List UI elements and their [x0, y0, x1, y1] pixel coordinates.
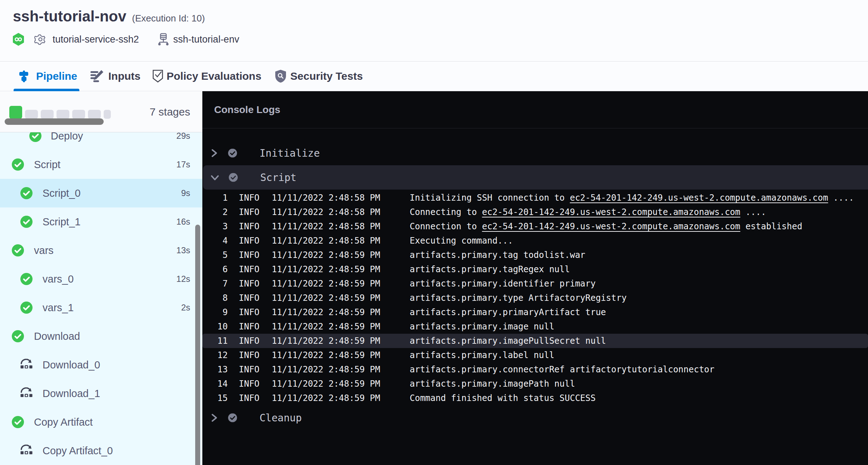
environment-name[interactable]: ssh-tutorial-env	[173, 34, 240, 45]
console-logs-panel: Console Logs Initialize Script	[202, 91, 868, 465]
success-check-icon	[12, 330, 24, 342]
console-log-line: 10 INFO 11/11/2022 2:48:59 PM artifacts.…	[202, 319, 868, 334]
console-section-script[interactable]: Script	[203, 165, 868, 190]
stage-row[interactable]: Download	[0, 322, 202, 351]
active-tab-underline	[14, 89, 79, 91]
stage-row[interactable]: Deploy 29s	[0, 132, 202, 150]
stage-row-label: Script_0	[43, 187, 80, 199]
console-section-initialize[interactable]: Initialize	[202, 141, 868, 165]
service-name[interactable]: tutorial-service-ssh2	[53, 34, 139, 45]
stage-row[interactable]: Download_1	[0, 379, 202, 408]
log-line-level: INFO	[239, 221, 260, 231]
log-line-number: 14	[202, 379, 228, 389]
stages-count-label: 7 stages	[150, 91, 190, 132]
stage-square-pending[interactable]	[41, 110, 54, 119]
stage-row[interactable]: vars 13s	[0, 236, 202, 265]
log-line-timestamp: 11/11/2022 2:48:59 PM	[272, 393, 380, 403]
pipeline-execution-page: ssh-tutorial-nov (Execution Id: 10)	[0, 0, 868, 465]
tab-pipeline-label: Pipeline	[36, 70, 77, 82]
stage-row[interactable]: vars_0 12s	[0, 265, 202, 293]
chevron-right-icon[interactable]	[209, 148, 219, 158]
stage-square-pending[interactable]	[88, 110, 101, 119]
console-log-line: 14 INFO 11/11/2022 2:48:59 PM artifacts.…	[202, 377, 868, 391]
log-line-timestamp: 11/11/2022 2:48:59 PM	[272, 293, 380, 303]
tab-policy-evaluations[interactable]: Policy Evaluations	[153, 62, 261, 91]
log-line-level: INFO	[239, 293, 260, 303]
log-line-number: 2	[202, 207, 228, 217]
success-check-icon	[12, 158, 24, 171]
log-line-timestamp: 11/11/2022 2:48:59 PM	[272, 350, 380, 360]
log-line-message: Connecting to ec2-54-201-142-249.us-west…	[410, 207, 766, 217]
log-line-message: artifacts.primary.identifier primary	[410, 279, 596, 289]
stage-square-pending[interactable]	[72, 110, 85, 119]
tab-inputs[interactable]: Inputs	[90, 62, 140, 91]
stage-row-selected[interactable]: Script_0 9s	[0, 179, 202, 207]
stage-square-completed[interactable]	[9, 106, 22, 119]
stage-row-label: Copy Artifact	[34, 416, 93, 428]
tab-security-tests[interactable]: Security Tests	[275, 62, 363, 91]
stage-row[interactable]: Copy Artifact	[0, 408, 202, 436]
log-hostname-link[interactable]: ec2-54-201-142-249.us-west-2.compute.ama…	[482, 221, 740, 231]
stage-row-duration: 13s	[176, 245, 190, 255]
log-line-timestamp: 11/11/2022 2:48:58 PM	[272, 207, 380, 217]
console-section-label: Cleanup	[260, 412, 302, 424]
log-line-number: 10	[202, 322, 228, 332]
log-line-timestamp: 11/11/2022 2:48:58 PM	[272, 236, 380, 246]
log-hostname-link[interactable]: ec2-54-201-142-249.us-west-2.compute.ama…	[482, 207, 740, 217]
log-line-number: 7	[202, 279, 228, 289]
success-check-icon	[29, 132, 41, 142]
success-check-icon	[20, 273, 33, 285]
log-line-level: INFO	[239, 350, 260, 360]
success-check-icon	[20, 302, 33, 314]
log-line-message: artifacts.primary.image null	[410, 322, 554, 332]
stage-row[interactable]: Script_1 16s	[0, 207, 202, 236]
stage-square-pending[interactable]	[104, 110, 111, 119]
log-line-message: artifacts.primary.type ArtifactoryRegist…	[410, 293, 627, 303]
log-line-level: INFO	[239, 193, 260, 203]
stage-row-duration: 16s	[176, 217, 190, 227]
stage-square-pending[interactable]	[56, 110, 69, 119]
log-line-message: artifacts.primary.primaryArtifact true	[410, 307, 606, 317]
console-log-line: 9 INFO 11/11/2022 2:48:59 PM artifacts.p…	[202, 305, 868, 319]
log-line-level: INFO	[239, 393, 260, 403]
inputs-icon	[90, 70, 103, 82]
log-line-message: Executing command...	[410, 236, 513, 246]
log-hostname-link[interactable]: ec2-54-201-142-249.us-west-2.compute.ama…	[570, 193, 828, 203]
tab-security-tests-label: Security Tests	[290, 70, 363, 82]
stage-row[interactable]: Download_0	[0, 351, 202, 379]
log-line-number: 3	[202, 221, 228, 231]
stage-row-label: vars_0	[43, 273, 74, 285]
log-line-timestamp: 11/11/2022 2:48:59 PM	[272, 364, 380, 375]
console-log-line: 1 INFO 11/11/2022 2:48:58 PM Initializin…	[202, 191, 868, 205]
stage-row-label: Download_0	[43, 359, 100, 371]
console-log-line: 7 INFO 11/11/2022 2:48:59 PM artifacts.p…	[202, 276, 868, 291]
stage-row[interactable]: vars_1 2s	[0, 293, 202, 322]
horizontal-scrollbar-thumb[interactable]	[5, 118, 104, 125]
vertical-scrollbar-thumb[interactable]	[195, 225, 200, 465]
chevron-right-icon[interactable]	[209, 413, 219, 422]
console-section-cleanup[interactable]: Cleanup	[202, 406, 868, 430]
meta-row: tutorial-service-ssh2	[13, 32, 239, 46]
service-gear-icon	[34, 33, 46, 45]
success-check-icon	[228, 149, 237, 158]
log-line-level: INFO	[239, 236, 260, 246]
chevron-down-icon[interactable]	[210, 173, 220, 182]
execution-header: ssh-tutorial-nov (Execution Id: 10)	[0, 0, 868, 62]
stage-row-duration: 9s	[181, 188, 190, 198]
log-line-timestamp: 11/11/2022 2:48:59 PM	[272, 264, 380, 274]
stage-row[interactable]: Copy Artifact_0	[0, 436, 202, 465]
log-line-number: 4	[202, 236, 228, 246]
console-section-label: Initialize	[260, 147, 320, 159]
title-row: ssh-tutorial-nov (Execution Id: 10)	[13, 8, 205, 25]
stage-row-duration: 29s	[176, 132, 190, 141]
log-line-level: INFO	[239, 322, 260, 332]
stage-square-pending[interactable]	[25, 110, 38, 119]
stage-sidebar: 7 stages Deploy 29s Script 17s Script_0 …	[0, 91, 202, 465]
stage-row-duration: 12s	[176, 274, 190, 284]
log-line-level: INFO	[239, 264, 260, 274]
stage-row[interactable]: Script 17s	[0, 150, 202, 179]
log-line-message: Connection to ec2-54-201-142-249.us-west…	[410, 221, 802, 231]
tab-inputs-label: Inputs	[108, 70, 140, 82]
tab-pipeline[interactable]: Pipeline	[19, 62, 77, 91]
log-line-number: 15	[202, 393, 228, 403]
